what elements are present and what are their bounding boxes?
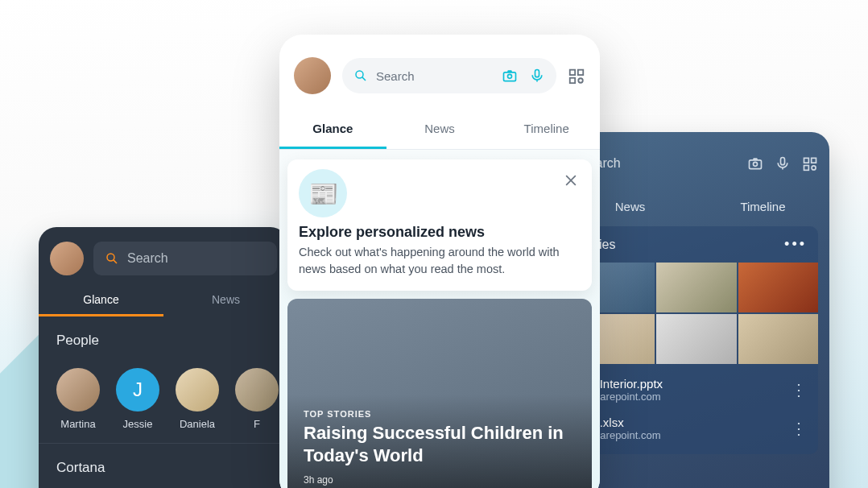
svg-point-17 [578,78,583,83]
avatar[interactable] [294,57,331,94]
avatar [235,368,279,411]
person-item[interactable]: Martina [56,368,100,430]
tab-news[interactable]: News [163,293,288,316]
search-icon [353,68,368,83]
phone-right: Search News Timeline vities ••• o_Inter [564,132,829,488]
search-input[interactable]: Search [342,58,556,93]
person-name: Jessie [123,418,153,430]
person-name: Martina [60,418,95,430]
mic-icon[interactable] [529,68,545,84]
activity-thumb[interactable] [656,314,736,364]
banner-body: Check out what's happening around the wo… [299,244,581,278]
news-banner: 📰 Explore personalized news Check out wh… [287,159,592,291]
more-icon[interactable]: ⋮ [791,420,807,436]
close-button[interactable] [561,171,581,190]
settings-icon[interactable] [568,67,585,85]
story-label: TOP STORIES [304,409,576,419]
svg-rect-11 [504,72,516,81]
search-placeholder: Search [376,69,415,83]
story-time: 3h ago [304,474,576,486]
svg-rect-5 [804,158,809,163]
person-name: Daniela [180,418,215,430]
section-cortana: Cortana [39,443,288,482]
svg-point-12 [508,74,512,78]
svg-rect-14 [570,70,575,75]
camera-icon[interactable] [747,155,763,172]
svg-point-3 [754,162,758,166]
svg-rect-2 [750,160,762,169]
mic-icon[interactable] [775,155,791,172]
svg-rect-13 [535,70,539,77]
person-name: F [254,418,260,430]
settings-icon[interactable] [802,155,818,172]
story-headline: Raising Successful Children in Today's W… [304,422,576,466]
svg-rect-16 [570,78,575,83]
svg-line-1 [114,260,117,263]
file-item[interactable]: o_Interior.pptx .sharepoint.com ⋮ [575,370,818,409]
svg-rect-6 [812,158,816,163]
avatar: J [116,368,159,411]
svg-rect-7 [804,166,809,171]
search-icon [105,251,119,266]
activities-card: vities ••• o_Interior.pptx .sharepoint.c… [575,226,818,454]
svg-point-9 [356,71,363,78]
svg-rect-15 [578,70,583,75]
banner-title: Explore personalized news [299,224,581,241]
svg-line-10 [362,77,366,81]
tab-glance[interactable]: Glance [39,293,163,316]
svg-rect-4 [781,158,785,165]
avatar [56,368,100,411]
phone-left: Search Glance News People Martina J Jess… [39,227,288,488]
search-placeholder: Search [127,251,168,266]
activity-thumb[interactable] [738,314,818,364]
more-icon[interactable]: ⋮ [791,382,807,398]
camera-icon[interactable] [502,68,518,84]
story-card[interactable]: TOP STORIES Raising Successful Children … [287,299,592,488]
activity-thumb[interactable] [656,263,736,312]
person-item[interactable]: J Jessie [116,368,159,430]
avatar [176,368,219,411]
svg-point-0 [107,254,114,261]
tab-glance[interactable]: Glance [279,112,386,149]
svg-point-8 [812,166,816,170]
section-people: People [39,316,288,355]
person-item[interactable]: Daniela [176,368,219,430]
activity-thumb[interactable] [738,263,818,312]
tab-timeline[interactable]: Timeline [493,112,600,149]
file-item[interactable]: ng.xlsx .sharepoint.com ⋮ [575,409,818,448]
avatar[interactable] [50,242,84,275]
more-icon[interactable]: ••• [784,236,807,253]
close-icon [563,172,579,188]
phone-center: Search Glance News Timeline 📰 Explore pe… [279,35,600,488]
tab-timeline[interactable]: Timeline [696,200,829,213]
search-input[interactable]: Search [93,242,277,275]
tab-news[interactable]: News [386,112,494,149]
news-illustration-icon: 📰 [299,169,347,217]
person-item[interactable]: F [235,368,279,430]
